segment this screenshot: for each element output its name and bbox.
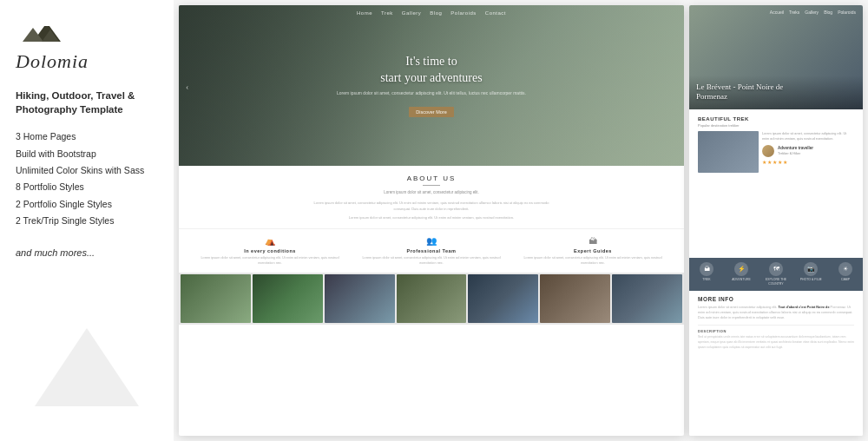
right-hero-nav: Accueil Treks Gallery Blog Polaroids: [689, 10, 863, 15]
right-mockup: Accueil Treks Gallery Blog Polaroids Le …: [689, 5, 863, 436]
hero-title: It's time tostart your adventures: [337, 54, 526, 85]
nav-item-gallery[interactable]: Gallery: [402, 10, 422, 16]
trek-image: [698, 131, 759, 173]
main-preview: Home Trek Gallery Blog Polaroids Contact…: [174, 0, 868, 441]
right-hero: Accueil Treks Gallery Blog Polaroids Le …: [689, 5, 863, 109]
description-label: DESCRIPTION: [698, 329, 854, 333]
sidebar: Dolomia Hiking, Outdoor, Travel &Photogr…: [0, 0, 174, 441]
photo-label: PHOTO & FILM: [800, 278, 822, 282]
feature-text-1: Lorem ipsum dolor sit amet, consectetur …: [355, 255, 508, 266]
gallery-item-3[interactable]: [325, 274, 395, 323]
right-nav-blog[interactable]: Blog: [824, 10, 832, 15]
feature-text-0: Lorem ipsum dolor sit amet, consectetur …: [194, 255, 346, 266]
author-info: Adventure traveller Trekker & Hiker: [778, 146, 813, 156]
gallery-item-4[interactable]: [397, 274, 467, 323]
right-nav-polaroids[interactable]: Polaroids: [838, 10, 856, 15]
gallery-item-6[interactable]: [540, 274, 610, 323]
icon-bar-explore[interactable]: 🗺 EXPLORE THECOUNTRY: [759, 262, 793, 286]
icon-bar: 🏔 TREK ⚡ ADVENTURE 🗺 EXPLORE THECOUNTRY …: [689, 258, 863, 290]
and-more-text: and much mores...: [16, 247, 158, 258]
icon-bar-trek[interactable]: 🏔 TREK: [689, 262, 724, 286]
svg-marker-3: [43, 22, 50, 26]
trek-row: Lorem ipsum dolor sit amet, consectetur …: [698, 131, 854, 173]
feature-item: 3 Home Pages: [16, 128, 158, 145]
about-divider: [423, 185, 440, 186]
trek-text-area: Lorem ipsum dolor sit amet, consectetur …: [762, 131, 854, 173]
icon-bar-camp[interactable]: ☀ CAMP: [828, 262, 863, 286]
trek-icon: 🏔: [700, 262, 713, 276]
hero-section: Home Trek Gallery Blog Polaroids Contact…: [179, 5, 684, 166]
feature-title-1: Professional Team: [355, 248, 508, 253]
right-nav-treks[interactable]: Treks: [789, 10, 799, 15]
feature-item-1: 👥 Professional Team Lorem ipsum dolor si…: [351, 236, 512, 266]
about-subtitle: Lorem ipsum dolor sit amet, consectetur …: [336, 189, 527, 195]
about-paragraph-2: Lorem ipsum dolor sit amet, consectetur …: [310, 215, 553, 221]
right-nav-gallery[interactable]: Gallery: [805, 10, 819, 15]
nav-item-home[interactable]: Home: [357, 10, 372, 16]
svg-marker-4: [35, 328, 139, 406]
feature-title-0: In every conditions: [194, 248, 346, 253]
nav-item-blog[interactable]: Blog: [430, 10, 442, 16]
feature-text-2: Lorem ipsum dolor sit amet, consectetur …: [516, 255, 669, 266]
trek-label: TREK: [702, 278, 710, 282]
right-hero-title: Le Brévent - Point Noire dePormenaz: [696, 82, 856, 102]
gallery-item-2[interactable]: [253, 274, 323, 323]
hero-nav: Home Trek Gallery Blog Polaroids Contact: [179, 10, 684, 16]
adventure-label: ADVENTURE: [732, 278, 751, 282]
feature-title-2: Expert Guides: [516, 248, 669, 253]
tent-icon: ⛺: [194, 236, 346, 246]
center-mockup: Home Trek Gallery Blog Polaroids Contact…: [179, 5, 684, 436]
feature-item-0: ⛺ In every conditions Lorem ipsum dolor …: [189, 236, 351, 266]
star-rating: ★★★★★: [762, 159, 854, 165]
right-section-sub: Popular destination trekker: [698, 123, 854, 128]
more-info-section: MORE INFO Lorem ipsum dolor sit amet con…: [689, 291, 863, 436]
hero-discover-button[interactable]: Discover More: [409, 107, 453, 117]
more-info-title: MORE INFO: [698, 296, 854, 302]
tagline: Hiking, Outdoor, Travel &Photography Tem…: [16, 89, 158, 116]
feature-item: 2 Portfolio Single Styles: [16, 196, 158, 213]
team-icon: 👥: [355, 236, 508, 246]
nav-item-polaroids[interactable]: Polaroids: [450, 10, 477, 16]
feature-item: 8 Portfolio Styles: [16, 179, 158, 195]
right-hero-content: Le Brévent - Point Noire dePormenaz: [689, 76, 863, 109]
feature-item: 2 Trek/Trip Single Styles: [16, 213, 158, 229]
adventure-icon: ⚡: [734, 262, 748, 276]
gallery-item-5[interactable]: [468, 274, 538, 323]
right-nav-accueil[interactable]: Accueil: [770, 10, 784, 15]
author-avatar: [762, 145, 774, 157]
more-info-highlight: Tout d'abord c'est Point Noire de: [778, 306, 829, 309]
gallery-strip: [179, 273, 684, 325]
mountain-logo-icon: [16, 17, 68, 45]
hero-arrow-left-icon[interactable]: ‹: [186, 81, 188, 90]
author-role: Trekker & Hiker: [778, 152, 813, 157]
about-paragraph: Lorem ipsum dolor sit amet, consectetur …: [310, 201, 553, 213]
about-title: ABOUT US: [196, 174, 667, 182]
photo-icon: 📷: [804, 262, 818, 276]
more-info-divider: [698, 325, 854, 326]
explore-label: EXPLORE THECOUNTRY: [766, 278, 786, 286]
gallery-item-7[interactable]: [612, 274, 682, 323]
svg-marker-5: [52, 363, 104, 406]
hero-subtitle: Lorem ipsum dolor sit amet, consectetur …: [337, 90, 526, 95]
features-list: 3 Home Pages Build with Bootstrap Unlimi…: [16, 128, 158, 230]
more-info-text: Lorem ipsum dolor sit amet consectetur a…: [698, 305, 854, 321]
feature-item-2: 🏔 Expert Guides Lorem ipsum dolor sit am…: [512, 236, 674, 266]
camp-icon: ☀: [838, 262, 852, 276]
right-section-title: BEAUTIFUL TREK: [698, 116, 854, 122]
icon-bar-adventure[interactable]: ⚡ ADVENTURE: [724, 262, 759, 286]
icon-bar-photo[interactable]: 📷 PHOTO & FILM: [793, 262, 828, 286]
about-section: ABOUT US Lorem ipsum dolor sit amet, con…: [179, 166, 684, 228]
mountain-icon: 🏔: [516, 236, 669, 246]
logo-area: Dolomia: [16, 17, 158, 73]
nav-item-contact[interactable]: Contact: [485, 10, 506, 16]
hero-text-area: It's time tostart your adventures Lorem …: [337, 54, 526, 116]
logo-text: Dolomia: [16, 50, 158, 73]
feature-item: Unlimited Color Skins with Sass: [16, 162, 158, 179]
feature-item: Build with Bootstrap: [16, 146, 158, 162]
explore-icon: 🗺: [769, 262, 783, 276]
gallery-item-1[interactable]: [181, 274, 251, 323]
nav-item-trek[interactable]: Trek: [381, 10, 393, 16]
camp-label: CAMP: [841, 278, 850, 282]
features-row: ⛺ In every conditions Lorem ipsum dolor …: [179, 228, 684, 273]
author-name: Adventure traveller: [778, 146, 813, 152]
